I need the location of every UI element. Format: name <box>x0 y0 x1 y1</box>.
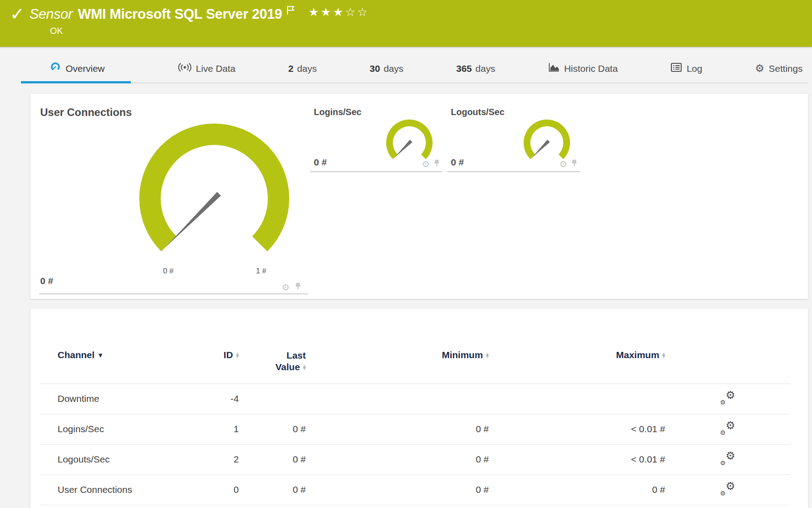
logouts-value: 0 # <box>451 157 464 168</box>
channel-name[interactable]: Logouts/Sec <box>40 444 187 475</box>
widget-gear-icon[interactable]: ⚙ <box>282 283 290 292</box>
channel-maximum: < 0.01 # <box>489 414 665 444</box>
tab-number: 365 <box>456 63 472 74</box>
table-header-row: Channel▾ ID▲▼ Last Value▲▼ Minimum▲▼ Max… <box>40 348 790 384</box>
status-check-icon: ✓ <box>10 4 25 24</box>
column-header-last-value[interactable]: Last Value▲▼ <box>239 348 306 384</box>
channels-panel: Channel▾ ID▲▼ Last Value▲▼ Minimum▲▼ Max… <box>30 309 808 508</box>
channel-maximum: < 0.01 # <box>489 444 665 475</box>
column-header-maximum[interactable]: Maximum▲▼ <box>489 348 665 384</box>
channel-last-value: 0 # <box>239 475 306 505</box>
tab-log[interactable]: Log <box>665 54 708 83</box>
sensor-name: WMI Microsoft SQL Server 2019 <box>78 4 282 24</box>
channels-table: Channel▾ ID▲▼ Last Value▲▼ Minimum▲▼ Max… <box>40 348 790 505</box>
tab-label: days <box>297 63 316 74</box>
column-header-actions <box>665 348 790 384</box>
tab-number: 2 <box>288 63 294 74</box>
widget-gear-icon[interactable]: ⚙ <box>559 160 567 169</box>
tab-30-days[interactable]: 30 days <box>364 54 409 83</box>
settings-gear-icon: ⚙ <box>755 63 764 74</box>
column-header-channel[interactable]: Channel▾ <box>40 348 187 384</box>
channel-settings-gears-icon[interactable]: ⚙⚙ <box>720 483 735 495</box>
tab-label: Log <box>687 63 702 74</box>
widget-pin-icon[interactable] <box>433 160 440 169</box>
channel-last-value: 0 # <box>239 444 306 475</box>
historic-data-chart-icon <box>548 62 560 74</box>
logins-gauge-title: Logins/Sec <box>314 107 362 117</box>
channel-settings-gears-icon[interactable]: ⚙⚙ <box>720 392 735 404</box>
sensor-overview-page: ✓ Sensor WMI Microsoft SQL Server 2019 ★… <box>0 0 812 508</box>
tab-bar: Overview Live Data 2 days 30 days 365 da… <box>21 54 808 83</box>
tab-label: days <box>475 63 495 74</box>
gauges-panel: User Connections 0 # 1 # 0 # ⚙ Logins/Se… <box>30 94 808 299</box>
column-header-id[interactable]: ID▲▼ <box>187 348 239 384</box>
channel-name[interactable]: User Connections <box>40 475 187 505</box>
channel-settings-gears-icon[interactable]: ⚙⚙ <box>720 422 735 434</box>
priority-flag-icon[interactable] <box>286 5 295 17</box>
sensor-type-label: Sensor <box>29 4 72 24</box>
widget-divider <box>447 171 580 172</box>
user-connections-value: 0 # <box>40 276 53 286</box>
sensor-header: ✓ Sensor WMI Microsoft SQL Server 2019 ★… <box>0 0 812 47</box>
channel-minimum <box>306 384 489 414</box>
sort-arrows-icon: ▲▼ <box>236 353 239 359</box>
user-connections-gauge-title: User Connections <box>40 106 132 119</box>
tab-settings[interactable]: ⚙ Settings <box>750 54 808 83</box>
channel-name[interactable]: Downtime <box>40 384 187 414</box>
channel-name[interactable]: Logins/Sec <box>40 414 187 444</box>
sort-arrows-icon: ▲▼ <box>662 353 665 359</box>
widget-divider <box>39 293 308 294</box>
widget-divider <box>310 171 443 172</box>
channel-maximum <box>489 384 665 414</box>
overview-gauge-icon <box>50 62 61 75</box>
channel-id: 0 <box>187 475 239 505</box>
channel-id: 1 <box>187 414 239 444</box>
tab-number: 30 <box>370 63 380 74</box>
channel-minimum: 0 # <box>306 414 489 444</box>
channel-minimum: 0 # <box>306 444 489 475</box>
channel-maximum: 0 # <box>489 475 665 505</box>
tab-2-days[interactable]: 2 days <box>283 54 322 83</box>
column-header-minimum[interactable]: Minimum▲▼ <box>306 348 489 384</box>
gauge-needle <box>165 192 221 247</box>
sensor-status-text: OK <box>50 26 63 36</box>
live-data-icon <box>178 62 192 75</box>
channel-settings-gears-icon[interactable]: ⚙⚙ <box>720 452 735 465</box>
tab-historic-data[interactable]: Historic Data <box>543 54 623 83</box>
sort-arrows-icon: ▲▼ <box>486 353 489 359</box>
table-row-logouts: Logouts/Sec 2 0 # 0 # < 0.01 # ⚙⚙ <box>40 444 790 475</box>
table-row-logins: Logins/Sec 1 0 # 0 # < 0.01 # ⚙⚙ <box>40 414 790 444</box>
sort-arrows-icon: ▲▼ <box>303 365 306 371</box>
gauge-scale-min: 0 # <box>155 267 182 276</box>
channel-last-value <box>239 384 306 414</box>
table-row-downtime: Downtime -4 ⚙⚙ <box>40 384 790 414</box>
gauge-scale-max: 1 # <box>248 267 275 276</box>
user-connections-gauge <box>138 123 290 274</box>
widget-pin-icon[interactable] <box>571 160 578 169</box>
channel-id: 2 <box>187 444 239 475</box>
tab-live-data[interactable]: Live Data <box>173 54 241 83</box>
tab-label: days <box>383 63 403 74</box>
widget-pin-icon[interactable] <box>295 283 301 292</box>
log-list-icon <box>670 62 682 74</box>
tab-label: Historic Data <box>564 63 618 74</box>
tab-label: Settings <box>769 63 803 74</box>
sensor-title-line: Sensor WMI Microsoft SQL Server 2019 ★★★… <box>29 4 370 24</box>
gauge-needle <box>532 140 550 157</box>
logins-value: 0 # <box>314 157 327 168</box>
widget-gear-icon[interactable]: ⚙ <box>422 160 430 169</box>
channel-last-value: 0 # <box>239 414 306 444</box>
logouts-gauge-title: Logouts/Sec <box>451 107 504 117</box>
tab-365-days[interactable]: 365 days <box>451 54 500 83</box>
channel-id: -4 <box>187 384 239 414</box>
priority-stars-rating[interactable]: ★★★☆☆ <box>308 5 370 19</box>
tab-label: Overview <box>66 63 105 74</box>
gauge-needle <box>395 140 412 157</box>
table-row-user-connections: User Connections 0 0 # 0 # 0 # ⚙⚙ <box>40 475 790 505</box>
sort-direction-caret-icon: ▾ <box>99 351 103 359</box>
tab-label: Live Data <box>196 63 236 74</box>
tab-overview[interactable]: Overview <box>21 54 131 83</box>
channel-minimum: 0 # <box>306 475 489 505</box>
